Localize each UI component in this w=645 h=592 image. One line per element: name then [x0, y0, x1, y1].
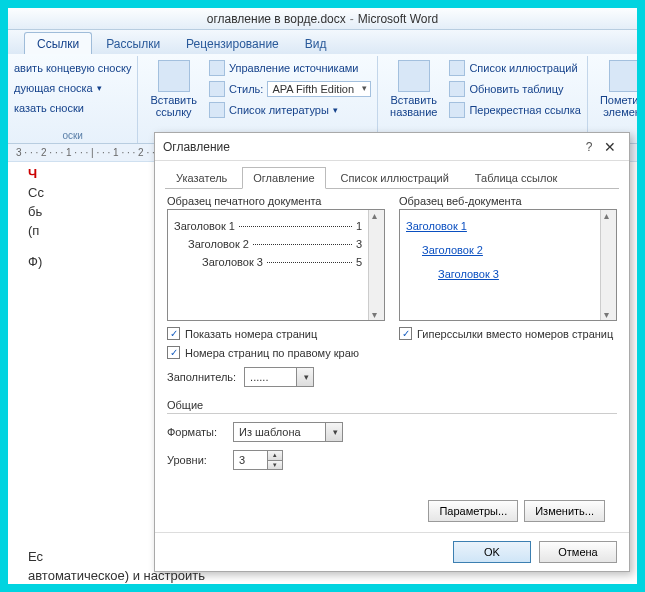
web-preview-scrollbar[interactable]	[600, 210, 616, 320]
tab-references[interactable]: Ссылки	[24, 32, 92, 54]
tab-toc[interactable]: Оглавление	[242, 167, 325, 189]
bibliography-button[interactable]: Список литературы▾	[209, 100, 371, 120]
ok-button[interactable]: OK	[453, 541, 531, 563]
next-footnote-button[interactable]: дующая сноска▾	[14, 78, 131, 98]
insert-caption-button[interactable]: Вставить название	[384, 58, 443, 120]
illustrations-list-button[interactable]: Список иллюстраций	[449, 58, 581, 78]
web-link-2[interactable]: Заголовок 2	[422, 244, 483, 256]
tab-index[interactable]: Указатель	[165, 167, 238, 189]
insert-endnote-button[interactable]: авить концевую сноску	[14, 58, 131, 78]
hyperlinks-check[interactable]: Гиперссылки вместо номеров страниц	[399, 327, 617, 340]
levels-label: Уровни:	[167, 454, 225, 466]
ribbon-tabs: Ссылки Рассылки Рецензирование Вид	[8, 30, 637, 54]
tab-leader-combo[interactable]: ......▾	[244, 367, 314, 387]
print-preview-label: Образец печатного документа	[167, 195, 385, 207]
tab-illustrations[interactable]: Список иллюстраций	[330, 167, 460, 189]
manage-sources-button[interactable]: Управление источниками	[209, 58, 371, 78]
dialog-titlebar[interactable]: Оглавление ? ✕	[155, 133, 629, 161]
right-align-numbers-check[interactable]: Номера страниц по правому краю	[167, 346, 385, 359]
dialog-tabs: Указатель Оглавление Список иллюстраций …	[155, 161, 629, 189]
tab-leader-label: Заполнитель:	[167, 371, 236, 383]
ill-list-icon	[449, 60, 465, 76]
checkbox-icon	[167, 346, 180, 359]
ribbon: авить концевую сноску дующая сноска▾ каз…	[8, 54, 637, 144]
update-icon	[449, 81, 465, 97]
style-icon	[209, 81, 225, 97]
formats-label: Форматы:	[167, 426, 225, 438]
general-group-label: Общие	[167, 399, 617, 411]
update-table-button[interactable]: Обновить таблицу	[449, 79, 581, 99]
modify-button[interactable]: Изменить...	[524, 500, 605, 522]
insert-citation-button[interactable]: Вставить ссылку	[144, 58, 203, 120]
web-preview-box: Заголовок 1 Заголовок 2 Заголовок 3	[399, 209, 617, 321]
sources-icon	[209, 60, 225, 76]
show-page-numbers-check[interactable]: Показать номера страниц	[167, 327, 385, 340]
checkbox-icon	[167, 327, 180, 340]
app-name: Microsoft Word	[358, 12, 438, 26]
help-button[interactable]: ?	[579, 140, 599, 154]
biblio-icon	[209, 102, 225, 118]
toc-dialog: Оглавление ? ✕ Указатель Оглавление Спис…	[154, 132, 630, 572]
formats-combo[interactable]: Из шаблона▾	[233, 422, 343, 442]
citation-icon	[158, 60, 190, 92]
crossref-icon	[449, 102, 465, 118]
levels-spinner[interactable]: 3 ▴▾	[233, 450, 283, 470]
print-preview-scrollbar[interactable]	[368, 210, 384, 320]
tab-authorities[interactable]: Таблица ссылок	[464, 167, 569, 189]
web-link-3[interactable]: Заголовок 3	[438, 268, 499, 280]
cancel-button[interactable]: Отмена	[539, 541, 617, 563]
tab-review[interactable]: Рецензирование	[174, 33, 291, 54]
mark-icon	[609, 60, 637, 92]
options-button[interactable]: Параметры...	[428, 500, 518, 522]
web-preview-label: Образец веб-документа	[399, 195, 617, 207]
print-preview-box: Заголовок 11 Заголовок 23 Заголовок 35	[167, 209, 385, 321]
doc-title: оглавление в ворде.docx	[207, 12, 346, 26]
title-bar: оглавление в ворде.docx - Microsoft Word	[8, 8, 637, 30]
web-link-1[interactable]: Заголовок 1	[406, 220, 467, 232]
mark-entry-button[interactable]: Пометить элемент	[594, 58, 637, 120]
cross-reference-button[interactable]: Перекрестная ссылка	[449, 100, 581, 120]
tab-mailings[interactable]: Рассылки	[94, 33, 172, 54]
caption-icon	[398, 60, 430, 92]
checkbox-icon	[399, 327, 412, 340]
close-button[interactable]: ✕	[599, 139, 621, 155]
tab-view[interactable]: Вид	[293, 33, 339, 54]
dialog-title: Оглавление	[163, 140, 230, 154]
show-notes-button[interactable]: казать сноски	[14, 98, 131, 118]
citation-style-combo[interactable]: Стиль: APA Fifth Edition	[209, 79, 371, 99]
